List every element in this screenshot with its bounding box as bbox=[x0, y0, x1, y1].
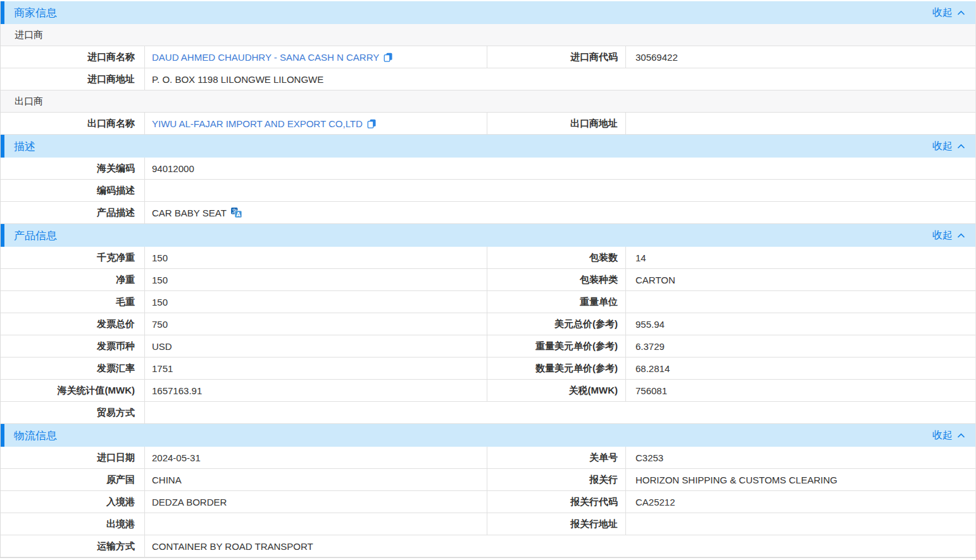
broker-code-value: CA25212 bbox=[626, 491, 975, 513]
importer-address-label: 进口商地址 bbox=[1, 68, 145, 90]
trade-record-detail: 商家信息 收起 进口商 进口商名称 DAUD AHMED CHAUDHRY - … bbox=[0, 1, 976, 558]
accent-bar bbox=[1, 224, 4, 247]
exporter-address-label: 出口商地址 bbox=[487, 113, 626, 134]
hs-code-label: 海关编码 bbox=[1, 158, 145, 179]
logistics-section-title: 物流信息 bbox=[14, 428, 57, 443]
row-exit-port: 出境港 报关行地址 bbox=[1, 513, 975, 535]
row-hs-code: 海关编码 94012000 bbox=[1, 158, 975, 180]
transport-mode-value: CONTAINER BY ROAD TRANSPORT bbox=[145, 535, 975, 557]
exporter-name-value: YIWU AL-FAJAR IMPORT AND EXPORT CO,LTD bbox=[145, 113, 487, 134]
invoice-total-value: 750 bbox=[145, 313, 487, 335]
collapse-toggle-description[interactable]: 收起 bbox=[932, 140, 965, 153]
customs-no-label: 关单号 bbox=[487, 447, 626, 468]
import-date-label: 进口日期 bbox=[1, 447, 145, 468]
product-desc-label: 产品描述 bbox=[1, 202, 145, 223]
accent-bar bbox=[1, 135, 4, 158]
package-count-label: 包装数 bbox=[487, 247, 626, 268]
package-type-label: 包装种类 bbox=[487, 269, 626, 290]
collapse-toggle-product[interactable]: 收起 bbox=[932, 229, 965, 242]
row-trade-mode: 贸易方式 bbox=[1, 402, 975, 424]
weight-unit-label: 重量单位 bbox=[487, 291, 626, 313]
logistics-section-header: 物流信息 收起 bbox=[1, 424, 975, 447]
broker-code-label: 报关行代码 bbox=[487, 491, 626, 513]
product-desc-value: CAR BABY SEAT 文 A bbox=[145, 202, 975, 223]
importer-name-link[interactable]: DAUD AHMED CHAUDHRY - SANA CASH N CARRY bbox=[152, 52, 379, 63]
chevron-up-icon bbox=[957, 233, 965, 239]
collapse-label: 收起 bbox=[932, 429, 953, 442]
copy-icon[interactable] bbox=[367, 119, 377, 128]
net-weight-value: 150 bbox=[145, 269, 487, 290]
copy-icon[interactable] bbox=[384, 53, 393, 62]
origin-country-value: CHINA bbox=[145, 469, 487, 490]
importer-code-value: 30569422 bbox=[626, 46, 975, 68]
package-type-value: CARTON bbox=[626, 269, 975, 290]
product-desc-text: CAR BABY SEAT bbox=[152, 208, 227, 218]
collapse-toggle-merchant[interactable]: 收起 bbox=[932, 6, 965, 20]
row-exporter-name: 出口商名称 YIWU AL-FAJAR IMPORT AND EXPORT CO… bbox=[1, 113, 975, 135]
package-count-value: 14 bbox=[626, 247, 975, 268]
invoice-currency-value: USD bbox=[145, 335, 487, 357]
group-header-exporter: 出口商 bbox=[1, 90, 975, 113]
svg-text:A: A bbox=[236, 211, 241, 218]
usd-total-ref-value: 955.94 bbox=[626, 313, 975, 335]
trade-mode-label: 贸易方式 bbox=[1, 402, 145, 423]
chevron-up-icon bbox=[957, 10, 965, 16]
net-weight-kg-value: 150 bbox=[145, 247, 487, 268]
trade-mode-value bbox=[145, 402, 975, 423]
importer-address-value: P. O. BOX 1198 LILONGWE LILONGWE bbox=[145, 68, 975, 90]
invoice-rate-label: 发票汇率 bbox=[1, 358, 145, 379]
row-net-weight-kg: 千克净重 150 包装数 14 bbox=[1, 247, 975, 269]
row-entry-port: 入境港 DEDZA BORDER 报关行代码 CA25212 bbox=[1, 491, 975, 513]
invoice-currency-label: 发票币种 bbox=[1, 335, 145, 357]
customs-stat-value-value: 1657163.91 bbox=[145, 380, 487, 401]
transport-mode-label: 运输方式 bbox=[1, 535, 145, 557]
row-import-date: 进口日期 2024-05-31 关单号 C3253 bbox=[1, 447, 975, 469]
customs-broker-value: HORIZON SHIPPING & CUSTOMS CLEARING bbox=[626, 469, 975, 490]
section-description: 描述 收起 海关编码 94012000 编码描述 产品描述 CAR BABY S… bbox=[1, 135, 975, 224]
gross-weight-label: 毛重 bbox=[1, 291, 145, 313]
section-product-info: 产品信息 收起 千克净重 150 包装数 14 净重 150 包装种类 CART… bbox=[1, 224, 975, 424]
usd-unit-price-weight-label: 重量美元单价(参考) bbox=[487, 335, 626, 357]
exporter-address-value bbox=[626, 113, 975, 134]
entry-port-label: 入境港 bbox=[1, 491, 145, 513]
description-section-title: 描述 bbox=[14, 139, 35, 154]
merchant-section-header: 商家信息 收起 bbox=[1, 1, 975, 24]
entry-port-value: DEDZA BORDER bbox=[145, 491, 487, 513]
chevron-up-icon bbox=[957, 433, 965, 439]
exit-port-value bbox=[145, 513, 487, 535]
chevron-up-icon bbox=[957, 144, 965, 149]
usd-unit-price-weight-value: 6.3729 bbox=[626, 335, 975, 357]
collapse-label: 收起 bbox=[932, 140, 953, 153]
group-header-importer: 进口商 bbox=[1, 24, 975, 46]
hs-code-value: 94012000 bbox=[145, 158, 975, 179]
row-importer-address: 进口商地址 P. O. BOX 1198 LILONGWE LILONGWE bbox=[1, 68, 975, 90]
row-invoice-total: 发票总价 750 美元总价(参考) 955.94 bbox=[1, 313, 975, 335]
translate-icon[interactable]: 文 A bbox=[231, 208, 242, 218]
broker-address-label: 报关行地址 bbox=[487, 513, 626, 535]
exit-port-label: 出境港 bbox=[1, 513, 145, 535]
row-net-weight: 净重 150 包装种类 CARTON bbox=[1, 269, 975, 291]
row-importer-name: 进口商名称 DAUD AHMED CHAUDHRY - SANA CASH N … bbox=[1, 46, 975, 68]
accent-bar bbox=[1, 424, 4, 447]
collapse-label: 收起 bbox=[932, 6, 953, 20]
description-section-header: 描述 收起 bbox=[1, 135, 975, 158]
row-gross-weight: 毛重 150 重量单位 bbox=[1, 291, 975, 313]
row-invoice-currency: 发票币种 USD 重量美元单价(参考) 6.3729 bbox=[1, 335, 975, 358]
code-desc-label: 编码描述 bbox=[1, 180, 145, 201]
row-code-desc: 编码描述 bbox=[1, 180, 975, 202]
collapse-toggle-logistics[interactable]: 收起 bbox=[932, 429, 965, 442]
importer-name-label: 进口商名称 bbox=[1, 46, 145, 68]
collapse-label: 收起 bbox=[932, 229, 953, 242]
import-date-value: 2024-05-31 bbox=[145, 447, 487, 468]
customs-stat-value-label: 海关统计值(MWK) bbox=[1, 380, 145, 401]
code-desc-value bbox=[145, 180, 975, 201]
weight-unit-value bbox=[626, 291, 975, 313]
invoice-rate-value: 1751 bbox=[145, 358, 487, 379]
net-weight-kg-label: 千克净重 bbox=[1, 247, 145, 268]
exporter-name-link[interactable]: YIWU AL-FAJAR IMPORT AND EXPORT CO,LTD bbox=[152, 118, 363, 129]
invoice-total-label: 发票总价 bbox=[1, 313, 145, 335]
importer-code-label: 进口商代码 bbox=[487, 46, 626, 68]
section-merchant-info: 商家信息 收起 进口商 进口商名称 DAUD AHMED CHAUDHRY - … bbox=[1, 1, 975, 135]
net-weight-label: 净重 bbox=[1, 269, 145, 290]
duty-mwk-label: 关税(MWK) bbox=[487, 380, 626, 401]
